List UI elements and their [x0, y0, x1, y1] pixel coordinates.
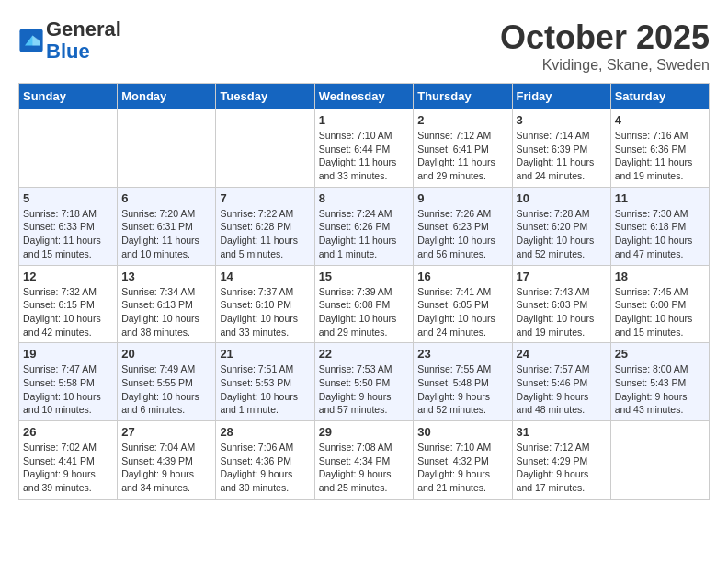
day-info: Sunrise: 7:55 AM Sunset: 5:48 PM Dayligh…	[417, 362, 507, 417]
calendar-cell: 17Sunrise: 7:43 AM Sunset: 6:03 PM Dayli…	[512, 265, 610, 343]
calendar-week-row: 5Sunrise: 7:18 AM Sunset: 6:33 PM Daylig…	[19, 187, 710, 265]
weekday-header: Tuesday	[216, 84, 314, 109]
calendar-week-row: 1Sunrise: 7:10 AM Sunset: 6:44 PM Daylig…	[19, 109, 710, 188]
day-info: Sunrise: 7:51 AM Sunset: 5:53 PM Dayligh…	[220, 362, 310, 417]
day-number: 15	[319, 270, 410, 283]
calendar-cell: 27Sunrise: 7:04 AM Sunset: 4:39 PM Dayli…	[118, 421, 216, 500]
calendar-cell: 3Sunrise: 7:14 AM Sunset: 6:39 PM Daylig…	[512, 109, 610, 188]
day-info: Sunrise: 7:26 AM Sunset: 6:23 PM Dayligh…	[417, 207, 507, 261]
day-info: Sunrise: 7:53 AM Sunset: 5:50 PM Dayligh…	[319, 362, 410, 417]
calendar-cell: 10Sunrise: 7:28 AM Sunset: 6:20 PM Dayli…	[512, 187, 610, 265]
day-info: Sunrise: 7:39 AM Sunset: 6:08 PM Dayligh…	[319, 285, 410, 339]
day-number: 11	[615, 191, 705, 205]
day-info: Sunrise: 7:45 AM Sunset: 6:00 PM Dayligh…	[615, 285, 705, 339]
day-info: Sunrise: 7:49 AM Sunset: 5:55 PM Dayligh…	[121, 362, 211, 417]
logo-blue: Blue	[46, 40, 90, 63]
day-info: Sunrise: 7:22 AM Sunset: 6:28 PM Dayligh…	[220, 207, 310, 261]
day-number: 10	[517, 191, 607, 205]
day-info: Sunrise: 7:24 AM Sunset: 6:26 PM Dayligh…	[319, 207, 410, 261]
day-number: 31	[517, 425, 607, 439]
calendar-cell: 25Sunrise: 8:00 AM Sunset: 5:43 PM Dayli…	[610, 343, 709, 421]
weekday-header: Thursday	[414, 84, 512, 109]
day-number: 2	[417, 113, 507, 127]
logo: General Blue	[18, 18, 121, 63]
calendar-cell: 23Sunrise: 7:55 AM Sunset: 5:48 PM Dayli…	[414, 343, 512, 421]
calendar-cell: 22Sunrise: 7:53 AM Sunset: 5:50 PM Dayli…	[314, 343, 414, 421]
calendar-table: SundayMondayTuesdayWednesdayThursdayFrid…	[18, 83, 710, 500]
weekday-header: Sunday	[19, 84, 118, 109]
day-number: 20	[121, 347, 211, 361]
day-info: Sunrise: 7:37 AM Sunset: 6:10 PM Dayligh…	[220, 285, 310, 339]
day-number: 5	[23, 191, 113, 205]
day-number: 26	[23, 425, 113, 439]
day-number: 17	[517, 270, 607, 283]
calendar-cell: 4Sunrise: 7:16 AM Sunset: 6:36 PM Daylig…	[610, 109, 709, 188]
day-number: 6	[121, 191, 211, 205]
day-info: Sunrise: 7:06 AM Sunset: 4:36 PM Dayligh…	[220, 441, 310, 495]
calendar-cell: 28Sunrise: 7:06 AM Sunset: 4:36 PM Dayli…	[216, 421, 314, 500]
day-number: 16	[417, 270, 507, 283]
calendar-cell: 6Sunrise: 7:20 AM Sunset: 6:31 PM Daylig…	[118, 187, 216, 265]
day-info: Sunrise: 7:47 AM Sunset: 5:58 PM Dayligh…	[23, 362, 113, 417]
day-info: Sunrise: 7:02 AM Sunset: 4:41 PM Dayligh…	[23, 441, 113, 495]
calendar-cell: 9Sunrise: 7:26 AM Sunset: 6:23 PM Daylig…	[414, 187, 512, 265]
weekday-header: Monday	[118, 84, 216, 109]
day-info: Sunrise: 7:20 AM Sunset: 6:31 PM Dayligh…	[121, 207, 211, 261]
calendar-cell: 11Sunrise: 7:30 AM Sunset: 6:18 PM Dayli…	[610, 187, 709, 265]
calendar-cell: 31Sunrise: 7:12 AM Sunset: 4:29 PM Dayli…	[512, 421, 610, 500]
calendar-cell: 18Sunrise: 7:45 AM Sunset: 6:00 PM Dayli…	[610, 265, 709, 343]
weekday-header: Friday	[512, 84, 610, 109]
day-number: 25	[615, 347, 705, 361]
calendar-cell: 24Sunrise: 7:57 AM Sunset: 5:46 PM Dayli…	[512, 343, 610, 421]
weekday-header: Saturday	[610, 84, 709, 109]
day-info: Sunrise: 7:41 AM Sunset: 6:05 PM Dayligh…	[417, 285, 507, 339]
day-info: Sunrise: 7:34 AM Sunset: 6:13 PM Dayligh…	[121, 285, 211, 339]
day-info: Sunrise: 7:28 AM Sunset: 6:20 PM Dayligh…	[517, 207, 607, 261]
month-title: October 2025	[500, 18, 710, 57]
calendar-cell	[610, 421, 709, 500]
day-info: Sunrise: 7:16 AM Sunset: 6:36 PM Dayligh…	[615, 129, 705, 183]
calendar-cell: 21Sunrise: 7:51 AM Sunset: 5:53 PM Dayli…	[216, 343, 314, 421]
calendar-cell	[216, 109, 314, 188]
calendar-cell: 20Sunrise: 7:49 AM Sunset: 5:55 PM Dayli…	[118, 343, 216, 421]
calendar-cell: 16Sunrise: 7:41 AM Sunset: 6:05 PM Dayli…	[414, 265, 512, 343]
calendar-week-row: 12Sunrise: 7:32 AM Sunset: 6:15 PM Dayli…	[19, 265, 710, 343]
title-area: October 2025 Kvidinge, Skane, Sweden	[500, 18, 710, 74]
day-info: Sunrise: 7:30 AM Sunset: 6:18 PM Dayligh…	[615, 207, 705, 261]
day-info: Sunrise: 7:43 AM Sunset: 6:03 PM Dayligh…	[517, 285, 607, 339]
day-number: 24	[517, 347, 607, 361]
day-info: Sunrise: 7:10 AM Sunset: 6:44 PM Dayligh…	[319, 129, 410, 183]
day-number: 8	[319, 191, 410, 205]
day-number: 29	[319, 425, 410, 439]
calendar-cell: 8Sunrise: 7:24 AM Sunset: 6:26 PM Daylig…	[314, 187, 414, 265]
day-number: 9	[417, 191, 507, 205]
day-number: 1	[319, 113, 410, 127]
location: Kvidinge, Skane, Sweden	[500, 57, 710, 74]
calendar-cell: 14Sunrise: 7:37 AM Sunset: 6:10 PM Dayli…	[216, 265, 314, 343]
day-number: 3	[517, 113, 607, 127]
day-number: 19	[23, 347, 113, 361]
day-info: Sunrise: 8:00 AM Sunset: 5:43 PM Dayligh…	[615, 362, 705, 417]
calendar-cell: 26Sunrise: 7:02 AM Sunset: 4:41 PM Dayli…	[19, 421, 118, 500]
day-info: Sunrise: 7:08 AM Sunset: 4:34 PM Dayligh…	[319, 441, 410, 495]
logo-general: General	[46, 17, 121, 40]
day-info: Sunrise: 7:12 AM Sunset: 4:29 PM Dayligh…	[517, 441, 607, 495]
weekday-header-row: SundayMondayTuesdayWednesdayThursdayFrid…	[19, 84, 710, 109]
day-number: 22	[319, 347, 410, 361]
day-number: 7	[220, 191, 310, 205]
day-info: Sunrise: 7:18 AM Sunset: 6:33 PM Dayligh…	[23, 207, 113, 261]
day-number: 27	[121, 425, 211, 439]
calendar-cell: 19Sunrise: 7:47 AM Sunset: 5:58 PM Dayli…	[19, 343, 118, 421]
day-number: 28	[220, 425, 310, 439]
calendar-cell	[118, 109, 216, 188]
calendar-week-row: 19Sunrise: 7:47 AM Sunset: 5:58 PM Dayli…	[19, 343, 710, 421]
day-number: 21	[220, 347, 310, 361]
calendar-cell: 7Sunrise: 7:22 AM Sunset: 6:28 PM Daylig…	[216, 187, 314, 265]
day-info: Sunrise: 7:57 AM Sunset: 5:46 PM Dayligh…	[517, 362, 607, 417]
day-info: Sunrise: 7:14 AM Sunset: 6:39 PM Dayligh…	[517, 129, 607, 183]
day-number: 14	[220, 270, 310, 283]
day-number: 13	[121, 270, 211, 283]
calendar-week-row: 26Sunrise: 7:02 AM Sunset: 4:41 PM Dayli…	[19, 421, 710, 500]
weekday-header: Wednesday	[314, 84, 414, 109]
header: General Blue October 2025 Kvidinge, Skan…	[18, 18, 710, 74]
